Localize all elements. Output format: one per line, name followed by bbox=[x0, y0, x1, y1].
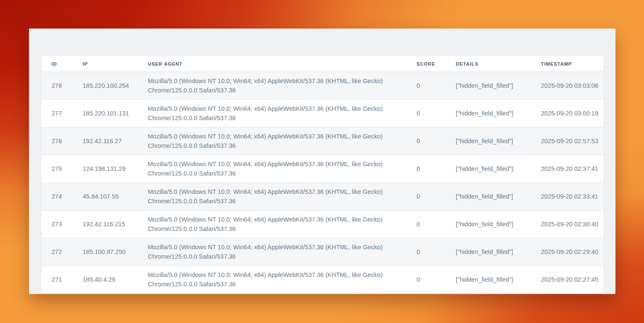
cell-useragent: Mozilla/5.0 (Windows NT 10.0; Win64; x64… bbox=[138, 155, 406, 183]
cell-timestamp: 2025-09-20 03:00:19 bbox=[531, 100, 604, 127]
cell-ip: 185.40.4.29 bbox=[72, 266, 138, 294]
cell-id: 271 bbox=[41, 266, 72, 294]
cell-id: 277 bbox=[41, 100, 72, 127]
desktop-background: { "page": { "title": "Captcha Logs" }, "… bbox=[0, 0, 644, 323]
cell-timestamp: 2025-09-20 02:27:45 bbox=[531, 266, 604, 294]
cell-score: 0 bbox=[406, 72, 446, 100]
cell-details: ["hidden_field_filled"] bbox=[446, 238, 531, 266]
column-header-details: DETAILS bbox=[446, 56, 531, 72]
cell-ip: 124.198.131.29 bbox=[72, 155, 138, 183]
cell-useragent: Mozilla/5.0 (Windows NT 10.0; Win64; x64… bbox=[138, 266, 406, 294]
table-row: 275 124.198.131.29 Mozilla/5.0 (Windows … bbox=[41, 155, 604, 183]
cell-details: ["hidden_field_filled"] bbox=[446, 183, 531, 211]
column-header-score: SCORE bbox=[406, 56, 446, 72]
cell-useragent: Mozilla/5.0 (Windows NT 10.0; Win64; x64… bbox=[138, 238, 406, 266]
captcha-logs-table-container: ID IP USER AGENT SCORE DETAILS TIMESTAMP… bbox=[41, 56, 604, 293]
cell-useragent: Mozilla/5.0 (Windows NT 10.0; Win64; x64… bbox=[138, 72, 406, 100]
cell-id: 273 bbox=[41, 211, 72, 238]
table-row: 273 192.42.116.215 Mozilla/5.0 (Windows … bbox=[41, 211, 604, 238]
cell-score: 0 bbox=[406, 266, 446, 294]
table-row: 271 185.40.4.29 Mozilla/5.0 (Windows NT … bbox=[41, 266, 604, 294]
cell-timestamp: 2025-09-20 02:33:41 bbox=[531, 183, 604, 211]
cell-useragent: Mozilla/5.0 (Windows NT 10.0; Win64; x64… bbox=[138, 211, 406, 238]
cell-ip: 185.220.101.131 bbox=[72, 100, 138, 127]
cell-useragent: Mozilla/5.0 (Windows NT 10.0; Win64; x64… bbox=[138, 127, 406, 155]
table-body: 278 185.220.100.254 Mozilla/5.0 (Windows… bbox=[41, 72, 604, 294]
table-row: 278 185.220.100.254 Mozilla/5.0 (Windows… bbox=[41, 72, 604, 100]
cell-ip: 192.42.116.215 bbox=[72, 211, 138, 238]
cell-ip: 185.220.100.254 bbox=[72, 72, 138, 100]
cell-id: 276 bbox=[41, 127, 72, 155]
cell-timestamp: 2025-09-20 02:30:40 bbox=[531, 211, 604, 238]
cell-details: ["hidden_field_filled"] bbox=[446, 100, 531, 127]
table-header-row: ID IP USER AGENT SCORE DETAILS TIMESTAMP bbox=[41, 56, 604, 72]
cell-id: 272 bbox=[41, 238, 72, 266]
table-row: 277 185.220.101.131 Mozilla/5.0 (Windows… bbox=[41, 100, 604, 127]
cell-details: ["hidden_field_filled"] bbox=[446, 211, 531, 238]
captcha-logs-table: ID IP USER AGENT SCORE DETAILS TIMESTAMP… bbox=[41, 56, 604, 293]
column-header-useragent: USER AGENT bbox=[138, 56, 406, 72]
cell-id: 274 bbox=[41, 183, 72, 211]
cell-score: 0 bbox=[406, 127, 446, 155]
table-row: 274 45.84.107.55 Mozilla/5.0 (Windows NT… bbox=[41, 183, 604, 211]
column-header-id: ID bbox=[41, 56, 72, 72]
table-header: ID IP USER AGENT SCORE DETAILS TIMESTAMP bbox=[41, 56, 604, 72]
cell-score: 0 bbox=[406, 183, 446, 211]
cell-details: ["hidden_field_filled"] bbox=[446, 266, 531, 294]
cell-score: 0 bbox=[406, 100, 446, 127]
cell-id: 275 bbox=[41, 155, 72, 183]
cell-id: 278 bbox=[41, 72, 72, 100]
cell-ip: 185.100.87.250 bbox=[72, 238, 138, 266]
cell-useragent: Mozilla/5.0 (Windows NT 10.0; Win64; x64… bbox=[138, 100, 406, 127]
cell-timestamp: 2025-09-20 02:37:41 bbox=[531, 155, 604, 183]
cell-timestamp: 2025-09-20 03:03:06 bbox=[531, 72, 604, 100]
cell-score: 0 bbox=[406, 155, 446, 183]
cell-score: 0 bbox=[406, 238, 446, 266]
cell-score: 0 bbox=[406, 211, 446, 238]
cell-timestamp: 2025-09-20 02:29:40 bbox=[531, 238, 604, 266]
cell-details: ["hidden_field_filled"] bbox=[446, 72, 531, 100]
column-header-ip: IP bbox=[72, 56, 138, 72]
cell-ip: 192.42.116.27 bbox=[72, 127, 138, 155]
captcha-logs-card: Captcha Logs ID IP USER AGENT SCORE DETA… bbox=[29, 29, 615, 294]
cell-details: ["hidden_field_filled"] bbox=[446, 127, 531, 155]
column-header-timestamp: TIMESTAMP bbox=[531, 56, 604, 72]
table-row: 276 192.42.116.27 Mozilla/5.0 (Windows N… bbox=[41, 127, 604, 155]
table-row: 272 185.100.87.250 Mozilla/5.0 (Windows … bbox=[41, 238, 604, 266]
cell-timestamp: 2025-09-20 02:57:53 bbox=[531, 127, 604, 155]
cell-useragent: Mozilla/5.0 (Windows NT 10.0; Win64; x64… bbox=[138, 183, 406, 211]
cell-details: ["hidden_field_filled"] bbox=[446, 155, 531, 183]
cell-ip: 45.84.107.55 bbox=[72, 183, 138, 211]
